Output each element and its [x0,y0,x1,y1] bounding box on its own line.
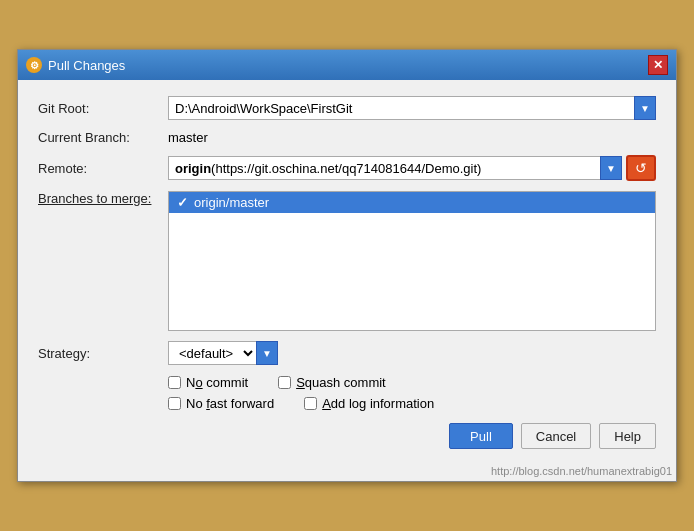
current-branch-value: master [168,130,208,145]
remote-input-wrap: origin(https://git.oschina.net/qq7140816… [168,156,622,180]
strategy-label: Strategy: [38,346,168,361]
git-root-input-group: ▼ [168,96,656,120]
remote-input[interactable]: origin(https://git.oschina.net/qq7140816… [168,156,600,180]
no-commit-label: No commit [186,375,248,390]
add-log-label: Add log information [322,396,434,411]
git-root-input[interactable] [168,96,634,120]
squash-commit-checkbox[interactable] [278,376,291,389]
remote-label: Remote: [38,161,168,176]
branch-item-label: origin/master [194,195,269,210]
pull-changes-dialog: ⚙ Pull Changes ✕ Git Root: ▼ Current Bra… [17,49,677,482]
close-button[interactable]: ✕ [648,55,668,75]
git-root-label: Git Root: [38,101,168,116]
strategy-row: Strategy: <default> ▼ [38,341,656,365]
remote-bold: origin [175,161,211,176]
refresh-button[interactable]: ↺ [626,155,656,181]
checkbox-row-1: No commit Squash commit [168,375,656,390]
title-bar: ⚙ Pull Changes ✕ [18,50,676,80]
checkboxes-section: No commit Squash commit No fast forward … [168,375,656,411]
current-branch-row: Current Branch: master [38,130,656,145]
strategy-select[interactable]: <default> [168,341,256,365]
title-bar-left: ⚙ Pull Changes [26,57,125,73]
remote-dropdown-btn[interactable]: ▼ [600,156,622,180]
help-button[interactable]: Help [599,423,656,449]
add-log-checkbox[interactable] [304,397,317,410]
no-fast-forward-label: No fast forward [186,396,274,411]
watermark: http://blog.csdn.net/humanextrabig01 [18,463,676,481]
pull-button[interactable]: Pull [449,423,513,449]
remote-section: origin(https://git.oschina.net/qq7140816… [168,155,656,181]
no-commit-checkbox-item: No commit [168,375,248,390]
branches-row: Branches to merge: ✓ origin/master [38,191,656,331]
git-root-row: Git Root: ▼ [38,96,656,120]
remote-row: Remote: origin(https://git.oschina.net/q… [38,155,656,181]
current-branch-label: Current Branch: [38,130,168,145]
checkbox-row-2: No fast forward Add log information [168,396,656,411]
no-fast-forward-checkbox[interactable] [168,397,181,410]
remote-url: (https://git.oschina.net/qq714081644/Dem… [211,161,481,176]
dialog-title: Pull Changes [48,58,125,73]
git-root-dropdown-btn[interactable]: ▼ [634,96,656,120]
buttons-row: Pull Cancel Help [38,423,656,449]
no-commit-text: No commit [186,375,248,390]
strategy-dropdown-btn[interactable]: ▼ [256,341,278,365]
cancel-button[interactable]: Cancel [521,423,591,449]
branch-item-origin-master[interactable]: ✓ origin/master [169,192,655,213]
squash-commit-checkbox-item: Squash commit [278,375,386,390]
no-fast-forward-checkbox-item: No fast forward [168,396,274,411]
app-icon: ⚙ [26,57,42,73]
branches-listbox[interactable]: ✓ origin/master [168,191,656,331]
add-log-checkbox-item: Add log information [304,396,434,411]
no-commit-checkbox[interactable] [168,376,181,389]
checkmark-icon: ✓ [177,195,188,210]
strategy-dropdown: <default> ▼ [168,341,278,365]
branches-label: Branches to merge: [38,191,168,206]
dialog-content: Git Root: ▼ Current Branch: master Remot… [18,80,676,463]
squash-commit-label: Squash commit [296,375,386,390]
